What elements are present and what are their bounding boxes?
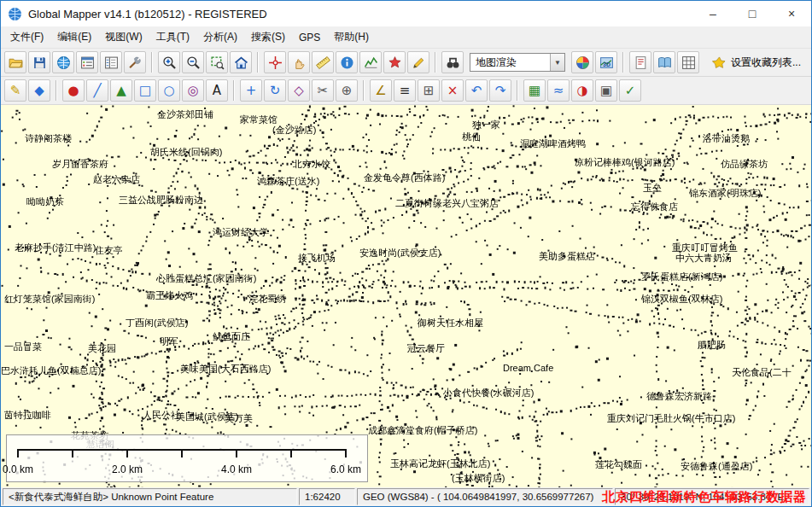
floppy-disk-icon: [32, 55, 47, 70]
select-tool-button[interactable]: [264, 51, 286, 73]
map-book-button[interactable]: [653, 51, 675, 73]
close-button[interactable]: ×: [772, 1, 811, 26]
move-feature-button[interactable]: +: [240, 79, 262, 102]
create-range-rings-button[interactable]: ◎: [182, 79, 204, 102]
map-poi-label: 锦汉双椒鱼(双林店): [641, 293, 722, 306]
menu-item-gps[interactable]: GPS: [292, 28, 327, 47]
map-view[interactable]: 金沙茶郊田铺家常菜馆(金沙路店)独一家桃仙洞庭湖啤酒烤鸭凉粉记棒棒鸡(银河路店)…: [1, 105, 811, 487]
zoom-in-button[interactable]: [158, 51, 180, 73]
minimize-button[interactable]: –: [693, 1, 733, 26]
map-poi-label: 二夏街树缘老兴八宝粥店: [395, 197, 499, 210]
view-3d-button[interactable]: 3D: [595, 51, 617, 73]
map-poi-label: (玉林横街店): [452, 472, 505, 485]
menu-item-file[interactable]: 文件(F): [3, 26, 50, 48]
full-extent-button[interactable]: [230, 51, 252, 73]
feature-info-button[interactable]: [336, 51, 358, 73]
map-poi-label: 安德鲁森(通盈店): [681, 460, 752, 473]
create-point-icon: ●: [67, 84, 79, 97]
toolbar-separator: [233, 80, 235, 101]
map-poi-label: 洞庭湖啤酒烤鸭: [520, 137, 586, 150]
shader-button[interactable]: [571, 51, 593, 73]
create-text-button[interactable]: A: [206, 79, 228, 102]
create-circle-button[interactable]: ○: [158, 79, 180, 102]
map-poi-label: 美花园: [88, 342, 116, 355]
delete-feature-button[interactable]: ×: [441, 79, 464, 102]
status-feature-info: <新食代泰式海鲜自助> Unknown Point Feature: [3, 488, 297, 505]
split-feature-button[interactable]: ✂: [312, 79, 334, 102]
save-workspace-button[interactable]: [28, 51, 50, 73]
pencil-icon: [412, 55, 426, 70]
create-rectangle-button[interactable]: □: [134, 79, 156, 102]
menu-item-analysis[interactable]: 分析(A): [196, 26, 244, 48]
online-data-button[interactable]: [52, 51, 74, 73]
snap-to-vertex-button[interactable]: ◇: [288, 79, 310, 102]
measure-angle-button[interactable]: ∠: [370, 79, 392, 102]
line-style-button[interactable]: ≈: [547, 79, 570, 102]
app-globe-icon: [8, 7, 22, 21]
map-poi-label: 美助多蛋糕店: [539, 250, 595, 263]
attribute-editor-button[interactable]: ≡: [394, 79, 416, 102]
create-area-button[interactable]: ▲: [110, 79, 132, 102]
pan-tool-button[interactable]: [288, 51, 310, 73]
favorites-settings-button[interactable]: 设置收藏列表...: [705, 54, 808, 72]
maximize-button[interactable]: □: [733, 1, 772, 26]
delete-feature-icon: ×: [447, 84, 459, 97]
zoom-out-icon: [186, 55, 201, 70]
undo-edit-button[interactable]: ↶: [465, 79, 488, 102]
view-shed-button[interactable]: [383, 51, 406, 73]
open-file-button[interactable]: [4, 51, 26, 73]
map-poi-label: 玉林高记龙虾(玉林北店): [390, 457, 490, 470]
color-picker-button[interactable]: ◑: [571, 79, 593, 102]
show-panels-button[interactable]: [100, 51, 122, 73]
render-mode-dropdown[interactable]: 地图渲染 ▼: [470, 53, 565, 72]
toolbar-separator: [517, 80, 518, 101]
apply-style-button[interactable]: ✓: [619, 79, 641, 102]
map-catalog-button[interactable]: [677, 51, 699, 73]
rotate-feature-button[interactable]: ↻: [264, 79, 286, 102]
script-icon: [634, 55, 648, 70]
edit-vertices-button[interactable]: ◆: [28, 79, 50, 102]
map-poi-label: 住友亭: [95, 244, 123, 257]
menu-item-edit[interactable]: 编辑(E): [50, 26, 98, 48]
menu-item-help[interactable]: 帮助(H): [327, 26, 376, 48]
map-poi-label: 巴水浒耗儿鱼(双楠总店): [1, 364, 101, 377]
create-circle-icon: ○: [163, 84, 174, 97]
create-line-icon: ╱: [93, 84, 101, 97]
chevron-down-icon[interactable]: ▼: [550, 54, 564, 71]
create-point-button[interactable]: ●: [62, 79, 85, 102]
map-poi-label: 御树天任水相屋: [418, 317, 483, 329]
map-poi-label: 接飞机场: [298, 252, 336, 265]
create-area-icon: ▲: [116, 84, 126, 97]
zoom-out-button[interactable]: [182, 51, 204, 73]
configuration-button[interactable]: [124, 51, 146, 73]
copy-feature-button[interactable]: ⊞: [418, 79, 440, 102]
digitizer-button[interactable]: [407, 51, 429, 73]
map-poi-label: 莲花勾魏面: [595, 458, 642, 471]
layer-style-button[interactable]: ▣: [595, 79, 617, 102]
menu-item-view[interactable]: 视图(W): [98, 26, 149, 48]
menu-item-tools[interactable]: 工具(T): [149, 26, 196, 48]
copy-feature-icon: ⊞: [424, 84, 435, 97]
watermark-text: 北京四维图新特色车辆路行数据器: [602, 489, 807, 505]
create-line-button[interactable]: ╱: [86, 79, 108, 102]
zoom-to-selection-button[interactable]: [206, 51, 228, 73]
script-button[interactable]: [629, 51, 651, 73]
scale-tick: [345, 449, 347, 457]
toolbar-separator: [435, 52, 436, 73]
map-poi-label: 重庆刘记门毛肚火锅(牛市口店): [607, 412, 735, 425]
path-profile-button[interactable]: [359, 51, 382, 73]
search-button[interactable]: [441, 51, 464, 73]
measure-tool-button[interactable]: [312, 51, 334, 73]
menu-item-search[interactable]: 搜索(S): [244, 26, 292, 48]
map-poi-label: 呦呦奶茶: [26, 195, 64, 208]
map-poi-label: 三益公战肥肠粉南边: [119, 194, 203, 207]
digitizer-tool-button[interactable]: ✎: [4, 79, 26, 102]
scale-bar: 0.0 km2.0 km4.0 km6.0 km: [6, 434, 368, 482]
apply-style-icon: ✓: [625, 84, 636, 97]
redo-edit-button[interactable]: ↷: [489, 79, 511, 102]
map-labels-layer: 金沙茶郊田铺家常菜馆(金沙路店)独一家桃仙洞庭湖啤酒烤鸭凉粉记棒棒鸡(银河路店)…: [1, 105, 811, 487]
fill-style-button[interactable]: ▦: [523, 79, 546, 102]
main-toolbar: 地图渲染 ▼ 3D: [1, 49, 811, 77]
overlay-control-center-button[interactable]: [76, 51, 98, 73]
combine-features-button[interactable]: ⊕: [336, 79, 358, 102]
